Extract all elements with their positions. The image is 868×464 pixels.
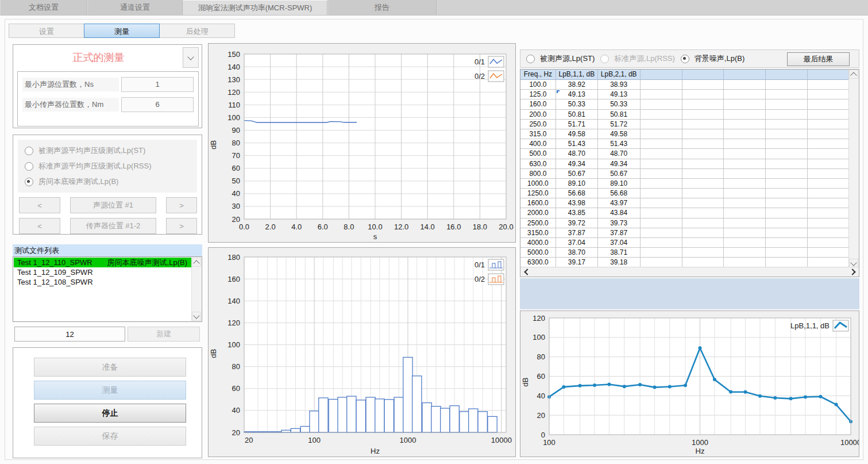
- results-source-option-1[interactable]: 被测声源,Lp(ST): [526, 53, 595, 64]
- table-row[interactable]: 1600.043.9843.97: [520, 198, 850, 208]
- table-row[interactable]: 100.038.9238.93: [520, 80, 850, 90]
- table-cell: [766, 159, 808, 169]
- test-type-option-3[interactable]: 房间本底噪声测试,Lp(B): [25, 177, 197, 187]
- new-file-button[interactable]: 新建: [128, 327, 200, 342]
- save-button[interactable]: 保存: [34, 427, 186, 446]
- svg-text:Hz: Hz: [696, 447, 705, 455]
- table-cell: [724, 248, 766, 258]
- table-cell: [724, 80, 766, 90]
- table-row[interactable]: 2000.043.8543.84: [520, 208, 850, 218]
- scroll-up-button[interactable]: [192, 258, 201, 267]
- table-cell: [724, 99, 766, 109]
- mic-position-row: <传声器位置 #1-2>: [19, 218, 197, 234]
- svg-text:60: 60: [537, 372, 545, 381]
- svg-text:100: 100: [227, 113, 240, 122]
- table-row[interactable]: 6300.039.1739.18: [520, 258, 850, 267]
- table-row[interactable]: 315.049.5849.58: [520, 129, 850, 139]
- table-row[interactable]: 630.049.3449.34: [520, 159, 850, 169]
- table-cell: 43.85: [556, 208, 598, 218]
- svg-text:0/1: 0/1: [474, 57, 485, 66]
- tab-4[interactable]: 报告: [327, 0, 437, 15]
- file-count-button[interactable]: 12: [14, 327, 125, 342]
- table-cell: [766, 248, 808, 258]
- dropdown-button[interactable]: [183, 47, 199, 68]
- next-button[interactable]: >: [166, 218, 197, 234]
- table-cell: [808, 120, 850, 129]
- test-file-listbox: Test 1_12_110_SPWR房间本底噪声测试,Lp(B)Test 1_1…: [13, 256, 202, 322]
- svg-text:100: 100: [533, 333, 545, 342]
- radio-label: 标准声源平均声压级测试,Lp(RSS): [38, 161, 151, 171]
- prev-button[interactable]: <: [19, 218, 60, 234]
- table-cell: 56.68: [556, 189, 598, 198]
- test-type-option-1[interactable]: 被测声源平均声压级测试,Lp(ST): [25, 145, 197, 156]
- table-row[interactable]: 500.048.7048.70: [520, 149, 850, 159]
- table-row[interactable]: 1250.056.6856.68: [520, 189, 850, 198]
- table-cell: 315.0: [520, 129, 556, 139]
- list-item[interactable]: Test 1_12_108_SPWR: [14, 277, 192, 287]
- table-cell: [766, 189, 808, 198]
- table-cell: [682, 218, 724, 228]
- file-list-scrollbar[interactable]: [191, 258, 201, 321]
- radio-icon: [600, 55, 609, 63]
- prepare-button[interactable]: 准备: [34, 358, 186, 377]
- table-row[interactable]: 5000.038.7038.71: [520, 248, 850, 258]
- table-cell: [808, 208, 850, 218]
- measure-button[interactable]: 测量: [34, 381, 186, 400]
- scroll-down-button[interactable]: [192, 312, 201, 321]
- stop-button[interactable]: 停止: [34, 404, 186, 423]
- scroll-left-button[interactable]: [522, 267, 531, 276]
- scroll-right-button[interactable]: [848, 267, 858, 276]
- mic-position-button[interactable]: 传声器位置 #1-2: [70, 218, 156, 234]
- radio-icon: [681, 55, 689, 63]
- svg-text:10.0: 10.0: [368, 223, 382, 231]
- final-results-button[interactable]: 最后结果: [787, 52, 850, 66]
- tab-1[interactable]: 文档设置: [0, 0, 87, 15]
- table-cell: [766, 208, 808, 218]
- prev-button[interactable]: <: [19, 197, 60, 213]
- subtab-3[interactable]: 后处理: [159, 24, 235, 38]
- table-cell: [724, 179, 766, 189]
- field-value-input[interactable]: 6: [121, 97, 194, 112]
- table-row[interactable]: 200.050.8150.81: [520, 110, 850, 120]
- tab-3[interactable]: 混响室法测试声功率(MCR-SPWR): [183, 0, 327, 15]
- svg-text:18.0: 18.0: [473, 223, 487, 231]
- list-item[interactable]: Test 1_12_109_SPWR: [14, 267, 192, 277]
- list-item[interactable]: Test 1_12_110_SPWR房间本底噪声测试,Lp(B): [14, 258, 192, 267]
- table-cell: [682, 258, 724, 267]
- table-row[interactable]: 800.050.6750.67: [520, 169, 850, 179]
- measurement-mode-dropdown[interactable]: 正式的测量: [14, 46, 200, 69]
- column-header: [682, 70, 724, 80]
- table-cell: [682, 248, 724, 258]
- tab-2[interactable]: 通道设置: [87, 0, 183, 15]
- column-header: [724, 70, 766, 80]
- next-button[interactable]: >: [166, 197, 197, 213]
- table-cell: [766, 149, 808, 159]
- source-position-button[interactable]: 声源位置 #1: [70, 197, 156, 213]
- table-row[interactable]: 400.051.4351.43: [520, 139, 850, 149]
- svg-text:dB: dB: [209, 349, 218, 358]
- table-row[interactable]: 125.049.1349.13: [520, 90, 850, 99]
- table-horizontal-scrollbar[interactable]: [520, 267, 859, 277]
- table-row[interactable]: 250.051.7151.72: [520, 120, 850, 129]
- subtab-2[interactable]: 测量: [84, 24, 160, 38]
- chevron-up-icon: [193, 260, 199, 266]
- table-row[interactable]: 3150.037.8737.87: [520, 228, 850, 238]
- column-header: LpB,1,1, dB: [556, 70, 598, 80]
- results-source-option-3[interactable]: 背景噪声,Lp(B): [681, 53, 744, 64]
- measurement-control-group: 准备测量停止保存: [13, 347, 202, 458]
- field-value-input[interactable]: 1: [121, 77, 194, 92]
- table-row[interactable]: 2500.039.7239.73: [520, 218, 850, 228]
- table-cell: [641, 129, 682, 139]
- table-row[interactable]: 160.050.3350.33: [520, 99, 850, 109]
- file-name: Test 1_12_110_SPWR: [17, 258, 92, 267]
- test-type-option-2[interactable]: 标准声源平均声压级测试,Lp(RSS): [25, 161, 197, 171]
- svg-text:70: 70: [232, 151, 240, 160]
- scroll-up-button[interactable]: [849, 70, 858, 79]
- table-cell: [641, 99, 682, 109]
- radio-icon: [25, 178, 33, 186]
- table-row[interactable]: 1000.089.1089.10: [520, 179, 850, 189]
- table-cell: 49.34: [598, 159, 641, 169]
- table-vertical-scrollbar[interactable]: [848, 70, 859, 268]
- subtab-1[interactable]: 设置: [9, 24, 84, 38]
- table-row[interactable]: 4000.037.0437.04: [520, 238, 850, 248]
